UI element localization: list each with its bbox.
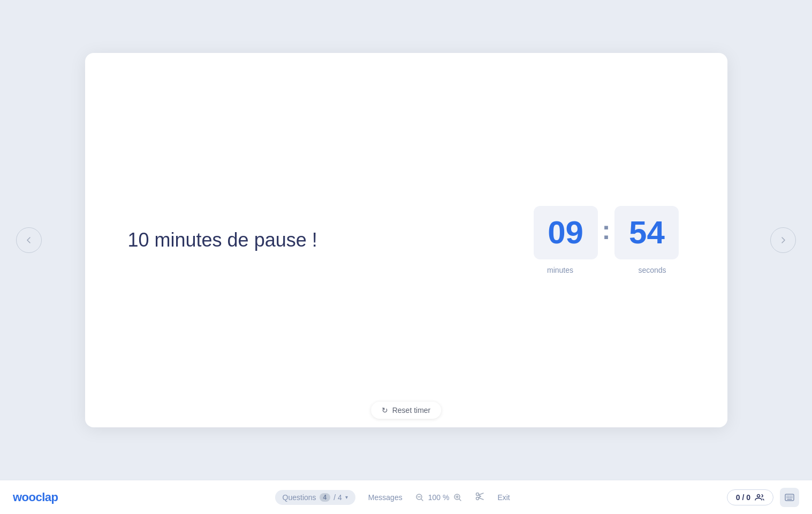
prev-slide-button[interactable]: [16, 227, 42, 253]
svg-line-9: [479, 493, 483, 495]
slide-card: 10 minutes de pause ! 09 : 54 minutes se…: [85, 53, 727, 427]
zoom-level: 100 %: [428, 493, 450, 502]
reset-icon: ↻: [382, 406, 388, 415]
seconds-label: seconds: [620, 266, 685, 274]
bottom-center-controls: Questions 4 / 4 ▾ Messages 100 %: [275, 490, 510, 505]
participants-button[interactable]: 0 / 0: [727, 489, 773, 505]
zoom-out-button[interactable]: [415, 493, 424, 502]
slide-content: 10 minutes de pause ! 09 : 54 minutes se…: [85, 206, 727, 274]
reset-timer-button[interactable]: ↻ Reset timer: [371, 402, 442, 419]
messages-label: Messages: [368, 493, 403, 502]
wooclap-logo: wooclap: [13, 490, 58, 504]
next-slide-button[interactable]: [770, 227, 796, 253]
minutes-label: minutes: [528, 266, 593, 274]
scissors-button[interactable]: [475, 492, 484, 503]
exit-button[interactable]: Exit: [497, 493, 510, 502]
timer-colon: :: [602, 216, 611, 245]
svg-point-13: [757, 494, 760, 497]
bottom-bar: wooclap Questions 4 / 4 ▾ Messages 100 %: [0, 480, 812, 514]
reset-timer-label: Reset timer: [392, 406, 431, 415]
exit-label: Exit: [497, 493, 510, 502]
zoom-in-button[interactable]: [453, 493, 462, 502]
svg-line-12: [479, 496, 481, 498]
timer-label-spacer: [597, 266, 616, 274]
participants-count: 0 / 0: [736, 493, 750, 502]
timer-labels: minutes seconds: [528, 266, 685, 274]
svg-line-1: [421, 499, 423, 501]
svg-line-4: [459, 499, 461, 501]
questions-badge: 4: [320, 493, 331, 502]
pause-text: 10 minutes de pause !: [128, 229, 485, 251]
timer-section: 09 : 54 minutes seconds: [528, 206, 685, 274]
messages-button[interactable]: Messages: [368, 493, 403, 502]
keyboard-button[interactable]: [780, 488, 799, 507]
seconds-box: 54: [614, 206, 679, 259]
questions-button[interactable]: Questions 4 / 4 ▾: [275, 490, 355, 505]
questions-total: / 4: [333, 493, 342, 502]
seconds-value: 54: [629, 214, 665, 251]
reset-timer-area: ↻ Reset timer: [371, 402, 442, 419]
minutes-value: 09: [548, 214, 583, 251]
zoom-controls: 100 %: [415, 493, 462, 502]
svg-line-10: [479, 497, 483, 500]
chevron-down-icon: ▾: [345, 494, 348, 500]
timer-display: 09 : 54: [534, 206, 679, 259]
main-area: 10 minutes de pause ! 09 : 54 minutes se…: [0, 0, 812, 480]
minutes-box: 09: [534, 206, 598, 259]
bottom-right-controls: 0 / 0: [727, 488, 799, 507]
questions-label: Questions: [283, 493, 316, 502]
